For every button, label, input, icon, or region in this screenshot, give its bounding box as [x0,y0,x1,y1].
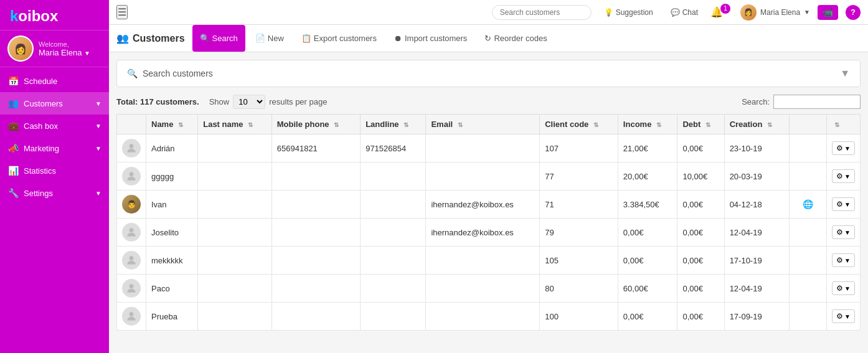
th-avatar [117,115,146,134]
globe-icon[interactable]: 🌐 [803,199,813,209]
sidebar-item-customers[interactable]: 👥 Customers ▼ [0,92,109,115]
th-email[interactable]: Email ⇅ [426,115,540,134]
landline-sort-icon: ⇅ [403,121,408,128]
cell-clientcode: 105 [540,247,618,275]
customers-page-icon: 👥 [116,32,129,44]
th-mobile[interactable]: Mobile phone ⇅ [271,115,360,134]
cell-lastname [198,219,272,247]
row-avatar [122,223,141,242]
topbar-user-avatar: 👩 [740,4,757,21]
cell-action: ⚙ ▼ [827,134,861,162]
sidebar-item-label-schedule: Schedule [24,77,57,86]
cell-debt: 0,00€ [677,303,724,331]
th-lastname[interactable]: Last name ⇅ [198,115,272,134]
table-row: Paco8060,00€0,00€12-04-19⚙ ▼ [117,275,861,303]
marketing-chevron: ▼ [95,145,101,152]
cell-name: Ivan [146,191,198,219]
notification-button[interactable]: 🔔 1 [710,6,733,18]
cell-globe [790,219,827,247]
svg-point-5 [130,312,134,316]
cell-landline [361,219,426,247]
cell-creation: 17-10-19 [724,247,789,275]
th-name[interactable]: Name ⇅ [146,115,198,134]
cell-income: 60,00€ [618,275,677,303]
per-page-select[interactable]: 10 25 50 100 [233,95,265,109]
user-menu-button[interactable]: 👩 Maria Elena ▼ [740,4,810,21]
sidebar-item-label-customers: Customers [24,99,63,108]
cell-globe: 🌐 [790,191,827,219]
search-customers-input[interactable] [492,5,592,20]
th-debt[interactable]: Debt ⇅ [677,115,724,134]
schedule-icon: 📅 [7,76,19,86]
cell-mobile [271,219,360,247]
table-search-control: Search: [742,95,861,109]
svg-point-0 [130,144,134,148]
row-avatar [122,251,141,270]
chat-icon: 💬 [671,8,680,17]
sidebar-item-cashbox[interactable]: 💼 Cash box ▼ [0,115,109,137]
cell-mobile [271,275,360,303]
table-search-input[interactable] [773,95,861,109]
row-action-button[interactable]: ⚙ ▼ [832,169,855,183]
user-avatar: 👩 [7,35,34,62]
hamburger-button[interactable]: ☰ [116,5,128,19]
user-profile[interactable]: 👩 Welcome, Maria Elena ▼ [0,30,109,67]
th-clientcode[interactable]: Client code ⇅ [540,115,618,134]
search-panel-icon: 🔍 [127,68,138,78]
th-landline[interactable]: Landline ⇅ [361,115,426,134]
sidebar-item-statistics[interactable]: 📊 Statistics [0,159,109,182]
content-area: 🔍 Search customers ▼ Total: 117 customer… [109,52,868,353]
cell-action: ⚙ ▼ [827,162,861,191]
sidebar-item-settings[interactable]: 🔧 Settings ▼ [0,182,109,204]
row-action-button[interactable]: ⚙ ▼ [832,225,855,239]
row-action-button[interactable]: ⚙ ▼ [832,197,855,211]
cell-mobile: 656941821 [271,134,360,162]
table-row: Joselitoihernandez@koibox.es790,00€0,00€… [117,219,861,247]
user-info: Welcome, Maria Elena ▼ [39,40,90,57]
th-income[interactable]: Income ⇅ [618,115,677,134]
table-row: Adrián65694182197152685410721,00€0,00€23… [117,134,861,162]
sidebar-item-marketing[interactable]: 📣 Marketing ▼ [0,137,109,159]
customers-chevron: ▼ [95,100,101,107]
reorder-tab-label: Reorder codes [494,34,547,43]
th-extra[interactable]: ⇅ [827,115,861,134]
row-action-button[interactable]: ⚙ ▼ [832,281,855,295]
sidebar: koibox 👩 Welcome, Maria Elena ▼ 📅 Schedu… [0,0,109,353]
table-body: Adrián65694182197152685410721,00€0,00€23… [117,134,861,331]
cell-landline [361,303,426,331]
page-header: 👥 Customers 🔍 Search 📄 New 📋 Export cust… [109,25,868,52]
cell-action: ⚙ ▼ [827,191,861,219]
row-action-button[interactable]: ⚙ ▼ [832,309,855,323]
tab-search[interactable]: 🔍 Search [192,25,245,52]
new-tab-icon: 📄 [255,34,265,43]
sidebar-item-label-settings: Settings [24,189,53,198]
tab-reorder[interactable]: ↻ Reorder codes [477,25,554,52]
cell-debt: 0,00€ [677,219,724,247]
reorder-tab-icon: ↻ [484,34,491,43]
cell-email [426,247,540,275]
table-row: ggggg7720,00€10,00€20-03-19⚙ ▼ [117,162,861,191]
cell-globe [790,303,827,331]
row-avatar [122,139,141,158]
tab-new[interactable]: 📄 New [248,25,291,52]
chat-button[interactable]: 💬 Chat [666,6,703,19]
cell-debt: 10,00€ [677,162,724,191]
suggestion-button[interactable]: 💡 Suggestion [599,6,658,19]
help-button[interactable]: ? [846,5,861,20]
cell-action: ⚙ ▼ [827,303,861,331]
notification-badge: 1 [720,4,730,14]
sidebar-item-schedule[interactable]: 📅 Schedule [0,70,109,92]
cell-name: Adrián [146,134,198,162]
tab-import[interactable]: ⏺ Import customers [387,25,474,52]
row-action-button[interactable]: ⚙ ▼ [832,141,855,155]
tab-export[interactable]: 📋 Export customers [294,25,384,52]
video-icon: 📹 [823,7,833,17]
table-row: 👨Ivanihernandez@koibox.es713.384,50€0,00… [117,191,861,219]
search-panel-chevron[interactable]: ▼ [840,68,850,79]
table-header-row: Name ⇅ Last name ⇅ Mobile phone ⇅ Landli… [117,115,861,134]
creation-sort-icon: ⇅ [767,121,772,128]
th-creation[interactable]: Creation ⇅ [724,115,789,134]
row-action-button[interactable]: ⚙ ▼ [832,253,855,267]
cell-lastname [198,162,272,191]
video-button[interactable]: 📹 [818,5,838,20]
